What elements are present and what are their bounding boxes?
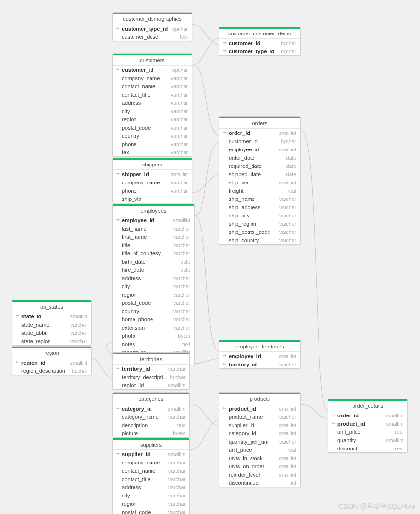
column-row[interactable]: company_namevarchar [113, 74, 192, 82]
column-row[interactable]: title_of_courtesyvarchar [113, 249, 194, 257]
column-row[interactable]: shipper_idsmallint [113, 170, 192, 178]
table-region[interactable]: regionregion_idsmallintregion_descriptio… [12, 346, 92, 375]
table-products[interactable]: productsproduct_idsmallintproduct_nameva… [219, 392, 301, 487]
column-row[interactable]: region_descriptionbpchar [12, 366, 91, 375]
column-row[interactable]: order_idsmallint [219, 129, 300, 137]
column-row[interactable]: regionvarchar [113, 115, 192, 123]
column-row[interactable]: ship_via [113, 195, 192, 203]
column-row[interactable]: quantity_per_unitvarchar [219, 437, 300, 446]
column-row[interactable]: category_idsmallint [113, 404, 189, 413]
column-row[interactable]: territory_idvarchar [219, 360, 300, 368]
column-row[interactable]: category_namevarchar [113, 413, 189, 421]
column-row[interactable]: ship_postal_codevarchar [219, 228, 300, 236]
column-row[interactable]: addressvarchar [113, 99, 192, 107]
column-row[interactable]: company_namevarchar [113, 458, 189, 466]
column-row[interactable]: company_namevarchar [113, 178, 192, 186]
column-row[interactable]: ship_addressvarchar [219, 203, 300, 211]
column-row[interactable]: contact_titlevarchar [113, 90, 192, 99]
column-row[interactable]: state_regionvarchar [12, 337, 91, 345]
column-row[interactable]: extensionvarchar [113, 323, 194, 332]
column-row[interactable]: faxvarchar [113, 148, 192, 156]
column-row[interactable]: postal_codevarchar [113, 123, 192, 132]
column-row[interactable]: countryvarchar [113, 307, 194, 315]
table-suppliers[interactable]: supplierssupplier_idsmallintcompany_name… [112, 438, 190, 514]
column-row[interactable]: photobytea [113, 332, 194, 340]
column-row[interactable]: addressvarchar [113, 483, 189, 491]
column-row[interactable]: titlevarchar [113, 241, 194, 249]
column-row[interactable]: descriptiontext [113, 421, 189, 429]
column-row[interactable]: product_idsmallint [328, 419, 407, 428]
column-row[interactable]: birth_datedate [113, 257, 194, 265]
column-row[interactable]: units_on_ordersmallint [219, 462, 300, 470]
column-row[interactable]: employee_idsmallint [113, 216, 194, 224]
column-row[interactable]: home_phonevarchar [113, 315, 194, 323]
column-row[interactable]: ship_countryvarchar [219, 236, 300, 244]
column-row[interactable]: freightreal [219, 186, 300, 195]
table-employee_territories[interactable]: employee_territoriesemployee_idsmallintt… [219, 340, 301, 369]
column-row[interactable]: shipped_datedate [219, 170, 300, 178]
column-row[interactable]: unit_pricereal [219, 446, 300, 454]
column-row[interactable]: addressvarchar [113, 274, 194, 282]
column-row[interactable]: category_idsmallint [219, 429, 300, 437]
column-row[interactable]: territory_descripti...bpchar [113, 373, 189, 381]
column-row[interactable]: product_namevarchar [219, 413, 300, 421]
column-row[interactable]: contact_titlevarchar [113, 475, 189, 483]
column-row[interactable]: employee_idsmallint [219, 352, 300, 360]
table-categories[interactable]: categoriescategory_idsmallintcategory_na… [112, 392, 190, 438]
column-row[interactable]: regionvarchar [113, 290, 194, 298]
column-row[interactable]: cityvarchar [113, 107, 192, 115]
column-row[interactable]: order_idsmallint [328, 411, 407, 419]
column-row[interactable]: units_in_stocksmallint [219, 454, 300, 462]
column-row[interactable]: supplier_idsmallint [219, 421, 300, 429]
column-row[interactable]: customer_type_idbpchar [113, 24, 192, 33]
column-row[interactable]: ship_viasmallint [219, 178, 300, 186]
column-row[interactable]: customer_desctext [113, 33, 192, 41]
column-row[interactable]: hire_datedate [113, 265, 194, 274]
table-us_states[interactable]: us_statesstate_idsmallintstate_namevarch… [12, 300, 92, 346]
table-shippers[interactable]: shippersshipper_idsmallintcompany_nameva… [112, 158, 192, 203]
column-row[interactable]: cityvarchar [113, 491, 189, 499]
column-row[interactable]: customer_type_idbpchar [219, 47, 300, 55]
column-row[interactable]: ship_regionvarchar [219, 219, 300, 228]
column-row[interactable]: contact_namevarchar [113, 82, 192, 90]
column-row[interactable]: customer_idbpchar [219, 137, 300, 145]
column-row[interactable]: first_namevarchar [113, 232, 194, 241]
column-row[interactable]: phonevarchar [113, 186, 192, 195]
table-orders[interactable]: ordersorder_idsmallintcustomer_idbpchare… [219, 116, 301, 245]
table-order_details[interactable]: order_detailsorder_idsmallintproduct_ids… [328, 399, 408, 453]
column-row[interactable]: notestext [113, 340, 194, 348]
table-territories[interactable]: territoriesterritory_idvarcharterritory_… [112, 352, 190, 390]
column-row[interactable]: cityvarchar [113, 282, 194, 290]
column-row[interactable]: customer_idbpchar [219, 39, 300, 47]
table-employees[interactable]: employeesemployee_idsmallintlast_namevar… [112, 204, 195, 365]
column-row[interactable]: ship_namevarchar [219, 195, 300, 203]
column-row[interactable]: state_namevarchar [12, 320, 91, 329]
column-row[interactable]: region_idsmallint [113, 381, 189, 389]
column-row[interactable]: contact_namevarchar [113, 466, 189, 475]
column-row[interactable]: state_abbrvarchar [12, 329, 91, 337]
column-row[interactable]: territory_idvarchar [113, 365, 189, 373]
column-row[interactable]: unit_pricereal [328, 428, 407, 436]
column-row[interactable]: regionvarchar [113, 499, 189, 508]
column-row[interactable]: state_idsmallint [12, 312, 91, 320]
column-row[interactable]: ship_cityvarchar [219, 211, 300, 219]
column-row[interactable]: picturebytea [113, 429, 189, 437]
column-row[interactable]: discountreal [328, 444, 407, 452]
column-row[interactable]: employee_idsmallint [219, 145, 300, 153]
column-row[interactable]: region_idsmallint [12, 358, 91, 366]
column-row[interactable]: discontinuedint [219, 479, 300, 487]
column-row[interactable]: quantitysmallint [328, 436, 407, 444]
column-row[interactable]: reorder_levelsmallint [219, 470, 300, 479]
column-row[interactable]: phonevarchar [113, 140, 192, 148]
table-customer_demographics[interactable]: customer_demographicscustomer_type_idbpc… [112, 12, 192, 41]
column-row[interactable]: customer_idbpchar [113, 66, 192, 74]
column-row[interactable]: required_datedate [219, 162, 300, 170]
table-customers[interactable]: customerscustomer_idbpcharcompany_nameva… [112, 53, 192, 157]
column-row[interactable]: countryvarchar [113, 132, 192, 140]
column-row[interactable]: order_datedate [219, 153, 300, 162]
column-row[interactable]: postal_codevarchar [113, 298, 194, 307]
column-row[interactable]: postal_codevarchar [113, 508, 189, 514]
column-row[interactable]: product_idsmallint [219, 404, 300, 413]
column-row[interactable]: last_namevarchar [113, 224, 194, 232]
column-row[interactable]: supplier_idsmallint [113, 450, 189, 458]
